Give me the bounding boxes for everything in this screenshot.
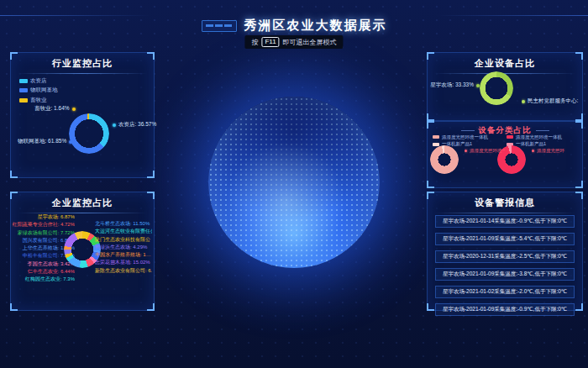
panel-device-category: 设备分类占比 温湿度光照环境一体机一体机新产品1 温湿度光照环境一体机一体机新产… [427,121,583,188]
enterprise-label: 陡门生态农业科技有限公 [95,236,152,244]
legend-label: 畜牧业 [30,97,47,104]
panel-industry: 行业监控占比 农资店物联网基地畜牧业 畜牧业: 1.64% 农资店: 36.57… [10,52,155,178]
enterprise-label: 新陈生态农业有限公司: 6.87% [95,267,152,275]
enterprise-label: 大运河生态牧业有限责任公 [95,228,152,235]
industry-label-store: 农资店: 36.57% [113,121,156,129]
marker-dot [522,100,525,103]
marker-dot [72,108,76,111]
legend-swatch [19,98,28,103]
legend-swatch [19,79,28,83]
enterprise-labels-right: 北斗桥生态农场: 11.50%大运河生态牧业有限责任公陡门生态农业科技有限公鸭绿… [95,220,152,275]
panel-enterprise-title: 企业监控占比 [11,192,154,209]
device-ratio-label-center: 民主村党群服务中心: [522,97,580,105]
enterprise-label: 星宇农场: 6.87% [11,213,75,221]
f11-keycap: F11 [261,37,279,47]
industry-legend: 农资店物联网基地畜牧业 [19,75,58,106]
legend-label: 温湿度光照环境一体机 [442,134,488,140]
industry-label-iot: 物联网基地: 61.85% [18,138,72,145]
toast-suffix: 即可退出全屏模式 [283,38,337,47]
panel-enterprise: 企业监控占比 星宇农场: 6.87%红阳蔬菜专业合作社: 4.72%家绿农场有限… [10,192,155,311]
dashboard-root: { "header": { "title": "秀洲区农业大数据展示", "to… [0,0,588,368]
legend-label: 一体机新产品1 [516,141,546,147]
panel-alarms: 设备警报信息 星宇农场-2021-01-14采集温度:-0.9℃,低于下限:0℃… [427,192,583,311]
panel-industry-title: 行业监控占比 [11,53,154,70]
device-category-callout-left: 温湿度光照环境一 [465,148,505,154]
legend-swatch [433,143,439,146]
enterprise-label: 仁丰生态农业: 6.44% [11,268,75,276]
marker-dot [465,150,467,152]
enterprise-label: 鸭绿浜生态农场: 4.29% [95,244,152,251]
legend-item: 物联网基地 [19,87,58,94]
globe [208,97,380,268]
legend-swatch [19,88,28,92]
enterprise-label: 家绿农场有限公司: 7.72% [11,229,75,237]
marker-dot [476,84,480,87]
header: 秀洲区农业大数据展示 [0,18,588,34]
alarm-list: 星宇农场-2021-01-14采集温度:-0.9℃,低于下限:0℃星宇农场-20… [428,213,582,321]
alarm-row: 星宇农场-2021-01-09采集温度:-5.4℃,低于下限:0℃ [435,233,575,245]
marker-dot [113,124,116,127]
header-line-left [0,15,151,16]
device-category-donut-left [430,145,459,174]
device-ratio-donut-chart [480,71,513,105]
toast-prefix: 按 [251,38,258,47]
legend-label: 农资店 [30,77,47,85]
alarm-row: 星宇农场-2020-12-31采集温度:-2.5℃,低于下限:0℃ [435,250,575,263]
enterprise-label: 志荣花苗木基地: 15.02% [95,259,152,266]
page-title: 秀洲区农业大数据展示 [244,18,387,34]
device-category-callout-right: 温湿度光照环 [532,148,580,154]
legend-label: 物联网基地 [30,87,58,94]
legend-item: 温湿度光照环境一体机 [433,134,505,140]
enterprise-label: 北斗桥生态农场: 11.50% [95,220,152,228]
legend-swatch [507,135,513,139]
alarm-row: 星宇农场-2021-01-09采集温度:-3.8℃,低于下限:0℃ [435,268,575,281]
marker-dot [69,140,72,144]
enterprise-label: 李园生态农场: 3.42% [11,260,75,268]
alarm-row: 星宇农场-2021-01-02采集温度:-2.0℃,低于下限:0℃ [435,286,575,298]
legend-item: 温湿度光照环境一体机 [507,134,579,140]
alarm-row: 星宇农场-2021-01-09采集温度:-0.9℃,低于下限:0℃ [435,303,575,316]
industry-label-livestock: 畜牧业: 1.64% [34,105,76,113]
alarm-row: 星宇农场-2021-01-14采集温度:-0.9℃,低于下限:0℃ [435,215,575,228]
legend-item: 畜牧业 [19,97,58,104]
logo-badge [202,20,237,32]
device-ratio-label-farm: 星宇农场: 33.33% [429,81,480,89]
marker-dot [532,150,534,152]
legend-item: 农资店 [19,77,58,85]
header-line-right [437,15,588,16]
legend-swatch [433,135,439,139]
industry-donut-chart [69,113,109,154]
fullscreen-toast: 按 F11 即可退出全屏模式 [244,35,343,49]
enterprise-label: 红梅园生态农业: 7.3% [11,276,75,283]
divider [18,73,147,74]
enterprise-label: 丰园水产养殖养殖场: 1… [95,251,152,259]
enterprise-label: 红阳蔬菜专业合作社: 4.72% [11,221,75,229]
panel-alarms-title: 设备警报信息 [428,192,582,209]
panel-device-ratio: 企业设备占比 星宇农场: 33.33% 民主村党群服务中心: [427,52,583,121]
legend-label: 温湿度光照环境一体机 [516,134,562,140]
panel-device-ratio-title: 企业设备占比 [428,53,582,70]
